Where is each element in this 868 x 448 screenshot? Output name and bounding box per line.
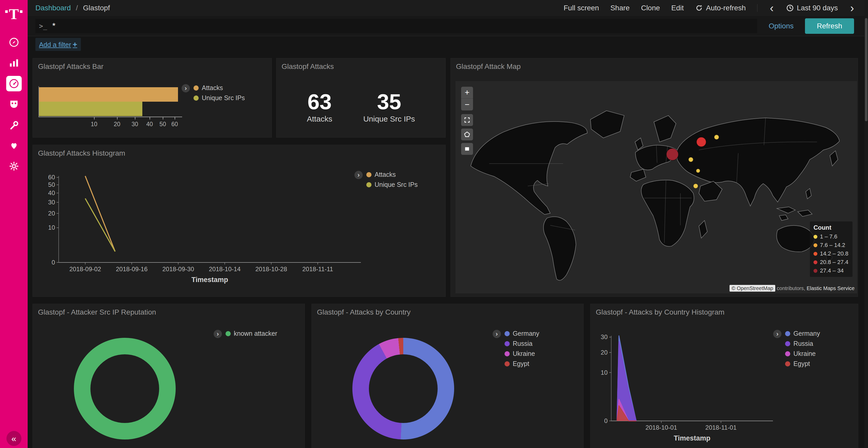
auto-refresh-label: Auto-refresh (706, 4, 746, 12)
panel-title: Glastopf Attack Map (456, 63, 857, 71)
legend-item[interactable]: Russia (504, 340, 539, 347)
clone-button[interactable]: Clone (641, 4, 660, 12)
panel-attacks-histogram: Glastopf Attacks Histogram 6050403020100… (33, 145, 445, 297)
country-donut-chart[interactable] (352, 338, 454, 440)
legend-item[interactable]: Attacks (193, 84, 245, 92)
polygon-tool-icon (464, 131, 470, 138)
map-fit-bounds-button[interactable] (461, 114, 473, 126)
add-filter-link[interactable]: Add a filter+ (35, 38, 81, 51)
map-zoom-out-button[interactable]: − (461, 99, 473, 110)
time-back-button[interactable]: ‹ (769, 2, 775, 14)
gauge-icon (8, 78, 20, 89)
chart-legend: › AttacksUnique Src IPs (354, 171, 418, 191)
scrollbar-thumb[interactable] (865, 18, 867, 121)
sidebar-item-mask[interactable] (6, 97, 22, 112)
scrollbar-track[interactable] (864, 0, 868, 448)
share-button[interactable]: Share (611, 4, 630, 12)
legend-item[interactable]: Unique Src IPs (366, 181, 418, 188)
legend-item[interactable]: Egypt (504, 360, 539, 368)
sidebar-collapse-button[interactable]: « (6, 431, 22, 446)
map-zoom-in-button[interactable]: + (461, 87, 473, 99)
legend-label: Ukraine (513, 350, 535, 357)
reputation-donut-chart[interactable] (74, 338, 176, 440)
legend-color-dot (813, 269, 817, 273)
svg-text:0: 0 (604, 417, 608, 424)
legend-item[interactable]: 1 – 7.6 (813, 233, 848, 240)
legend-label: Germany (793, 330, 820, 337)
time-range-picker[interactable]: Last 90 days (786, 4, 838, 12)
bar-Unique Src IPs[interactable] (38, 102, 142, 116)
panel-attacks-by-country: Glastopf - Attacks by Country › GermanyR… (312, 304, 584, 448)
options-link[interactable]: Options (769, 22, 794, 30)
topbar-actions: Full screen Share Clone Edit Auto-refres… (564, 2, 855, 14)
bar-Attacks[interactable] (38, 87, 178, 102)
donut-hole (369, 354, 438, 423)
legend-toggle-icon[interactable]: › (773, 330, 781, 338)
legend-item[interactable]: 14.2 – 20.8 (813, 250, 848, 257)
refresh-button[interactable]: Refresh (805, 18, 854, 34)
ems-attribution[interactable]: Elastic Maps Service (807, 285, 855, 291)
legend-label: 27.4 – 34 (820, 267, 844, 274)
map-draw-polygon-button[interactable] (461, 129, 473, 140)
time-forward-button[interactable]: › (849, 2, 855, 14)
legend-item[interactable]: 20.8 – 27.4 (813, 259, 848, 266)
metric: 35Unique Src IPs (363, 90, 415, 123)
sidebar-item-dev-tools[interactable] (6, 117, 22, 133)
legend-item[interactable]: Attacks (366, 171, 418, 178)
time-range-label: Last 90 days (797, 4, 838, 12)
legend-toggle-icon[interactable]: › (182, 84, 190, 92)
filter-bar: Add a filter+ (28, 36, 864, 53)
legend-item[interactable]: Unique Src IPs (193, 94, 245, 102)
legend-item[interactable]: 7.6 – 14.2 (813, 242, 848, 248)
sidebar-item-visualize[interactable] (6, 55, 22, 71)
sidebar-item-management[interactable] (6, 159, 22, 174)
query-input[interactable]: >_ * (35, 19, 757, 33)
map-attribution: © OpenStreetMap contributors, Elastic Ma… (730, 285, 855, 291)
legend-item[interactable]: known attacker (225, 330, 277, 337)
donut-hole (90, 354, 159, 423)
axis-tick (117, 117, 118, 119)
chart-legend: › known attacker (214, 330, 277, 340)
axis-tick-label: 10 (91, 121, 97, 128)
sidebar-nav (6, 35, 22, 174)
edit-button[interactable]: Edit (672, 4, 684, 12)
osm-attribution[interactable]: © OpenStreetMap (730, 285, 775, 291)
sidebar-item-discover[interactable] (6, 35, 22, 50)
legend-item[interactable]: Germany (504, 330, 539, 337)
legend-toggle-icon[interactable]: › (214, 330, 222, 338)
telekom-logo: T (4, 7, 24, 22)
legend-label: Attacks (202, 84, 223, 92)
auto-refresh-button[interactable]: Auto-refresh (695, 4, 746, 12)
panel-attacks-bar: Glastopf Attacks Bar 102030405060 › Atta… (33, 58, 272, 138)
svg-text:2018-09-16: 2018-09-16 (116, 266, 148, 273)
legend-toggle-icon[interactable]: › (354, 171, 363, 179)
legend-item[interactable]: Egypt (785, 360, 820, 368)
legend-color-dot (813, 235, 817, 239)
legend-toggle-icon[interactable]: › (493, 330, 501, 338)
legend-label: Russia (513, 340, 532, 347)
legend-label: 7.6 – 14.2 (820, 242, 845, 248)
legend-item[interactable]: Germany (785, 330, 820, 337)
metric-row: 63Attacks35Unique Src IPs (282, 90, 440, 123)
legend-item[interactable]: Ukraine (504, 350, 539, 357)
legend-item[interactable]: 27.4 – 34 (813, 267, 848, 274)
breadcrumb-separator: / (76, 4, 78, 12)
world-map[interactable]: + − (456, 81, 857, 294)
breadcrumb-dashboard-link[interactable]: Dashboard (35, 4, 71, 12)
svg-text:20: 20 (601, 349, 608, 356)
logo-dot (20, 10, 23, 13)
panel-country-histogram: Glastopf - Attacks by Country Histogram … (590, 304, 858, 448)
legend-label: Unique Src IPs (375, 181, 418, 188)
query-value: * (52, 21, 55, 31)
panel-src-ip-reputation: Glastopf - Attacker Src IP Reputation › … (33, 304, 305, 448)
full-screen-button[interactable]: Full screen (564, 4, 599, 12)
legend-color-dot (785, 341, 790, 346)
legend-item[interactable]: Russia (785, 340, 820, 347)
sidebar-item-dashboard[interactable] (6, 76, 22, 91)
svg-text:Timestamp: Timestamp (191, 276, 228, 284)
map-draw-rectangle-button[interactable] (461, 143, 473, 155)
svg-text:30: 30 (48, 199, 55, 206)
metric-value: 35 (363, 90, 415, 113)
legend-item[interactable]: Ukraine (785, 350, 820, 357)
sidebar-item-monitoring[interactable] (6, 138, 22, 153)
